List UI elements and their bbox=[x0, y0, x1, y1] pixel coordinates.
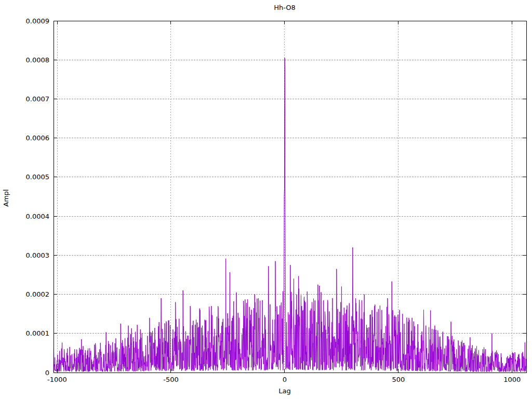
y-tick-label: 0.0004 bbox=[26, 212, 50, 220]
y-tick-label: 0.0005 bbox=[26, 173, 50, 181]
y-tick-label: 0.0008 bbox=[26, 56, 50, 64]
x-tick-label: -1000 bbox=[47, 376, 67, 383]
x-tick-label: 500 bbox=[392, 376, 405, 383]
y-tick-label: 0.0009 bbox=[26, 17, 50, 25]
y-tick-label: 0.0002 bbox=[26, 290, 50, 298]
y-tick-label: 0.0001 bbox=[26, 329, 50, 337]
x-tick-label: -500 bbox=[163, 376, 179, 383]
y-tick-label: 0.0003 bbox=[26, 251, 50, 259]
y-axis-label: Ampl bbox=[2, 189, 10, 206]
plot-canvas: -1000-5000500100000.00010.00020.00030.00… bbox=[0, 0, 532, 399]
y-tick-label: 0.0006 bbox=[26, 134, 50, 142]
x-tick-label: 1000 bbox=[503, 376, 521, 383]
chart-title: Hh-O8 bbox=[274, 4, 296, 11]
y-tick-label: 0.0007 bbox=[26, 95, 50, 103]
x-axis-label: Lag bbox=[278, 387, 290, 395]
x-tick-label: 0 bbox=[283, 376, 287, 383]
y-tick-label: 0 bbox=[45, 369, 49, 377]
chart-page: -1000-5000500100000.00010.00020.00030.00… bbox=[0, 0, 532, 399]
